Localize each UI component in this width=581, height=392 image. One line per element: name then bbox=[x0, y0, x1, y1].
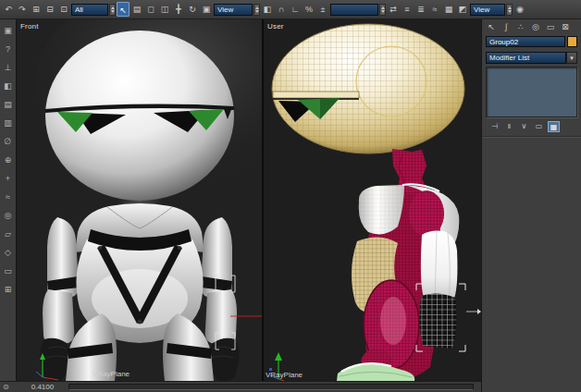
undo-button[interactable]: ↶ bbox=[2, 2, 15, 17]
layer-manager-button[interactable]: ≣ bbox=[414, 2, 427, 17]
use-pivot-point-center-button[interactable]: ◧ bbox=[261, 2, 274, 17]
modifier-list-dropdown[interactable]: Modifier List bbox=[486, 52, 566, 64]
hand-selected-wireframe[interactable] bbox=[419, 293, 456, 349]
status-bar: ⊙ 0.4100 bbox=[0, 381, 481, 392]
pin-stack-button[interactable]: ⊣ bbox=[488, 121, 501, 132]
reference-coordinate-system-dropdown[interactable]: View bbox=[214, 4, 253, 16]
left-tool-9-icon[interactable]: + bbox=[2, 173, 14, 184]
viewport-user[interactable]: User VRayPlane bbox=[264, 19, 481, 381]
status-coordinate-value: 0.4100 bbox=[31, 383, 54, 391]
wireframe-ear-circle bbox=[356, 46, 426, 116]
user-viewport-canvas[interactable] bbox=[264, 19, 481, 381]
modifier-stack-list[interactable] bbox=[486, 67, 577, 117]
left-tool-7-icon[interactable]: ∅ bbox=[2, 136, 14, 147]
named-selection-spinner-icon[interactable] bbox=[379, 4, 386, 16]
modifier-stack-buttons: ⊣‖∨▭▦ bbox=[482, 117, 581, 132]
render-type-spinner-icon[interactable] bbox=[506, 4, 513, 16]
3ds-max-window: ↶↷⊞⊟⊡All↖▤◻◫╋↻▣View◧∩∟%±⇄≡≣≈▦◩View◉ ▣?⊥◧… bbox=[0, 0, 581, 392]
command-panel-tabs: ↖∫∴◎▭⊠ bbox=[482, 19, 581, 33]
hierarchy-tab[interactable]: ∴ bbox=[514, 21, 527, 32]
configure-modifier-sets-button[interactable]: ▦ bbox=[548, 121, 560, 132]
display-tab[interactable]: ▭ bbox=[544, 21, 557, 32]
object-label-vrayplane-front: VRayPlane bbox=[93, 370, 130, 378]
angle-snap-toggle-button[interactable]: ∟ bbox=[289, 2, 302, 17]
visor-side-bar bbox=[273, 92, 359, 98]
motion-tab[interactable]: ◎ bbox=[529, 21, 542, 32]
select-by-name-button[interactable]: ▤ bbox=[130, 2, 143, 17]
spinner-snap-toggle-button[interactable]: ± bbox=[316, 2, 329, 17]
utilities-tab[interactable]: ⊠ bbox=[559, 21, 572, 32]
modify-tab[interactable]: ∫ bbox=[500, 21, 513, 32]
panel-divider bbox=[482, 136, 581, 138]
select-and-scale-button[interactable]: ▣ bbox=[200, 2, 213, 17]
remove-modifier-button[interactable]: ▭ bbox=[533, 121, 545, 132]
curve-editor-button[interactable]: ≈ bbox=[428, 2, 441, 17]
left-tool-11-icon[interactable]: ◎ bbox=[2, 210, 14, 221]
left-tool-10-icon[interactable]: ≈ bbox=[2, 191, 14, 202]
percent-snap-toggle-button[interactable]: % bbox=[303, 2, 315, 17]
status-lock-icon[interactable]: ⊙ bbox=[3, 383, 9, 391]
selection-filter-spinner-icon[interactable] bbox=[109, 4, 116, 16]
material-editor-button[interactable]: ◩ bbox=[456, 2, 469, 17]
select-and-link-button[interactable]: ⊞ bbox=[30, 2, 43, 17]
left-tool-8-icon[interactable]: ⊕ bbox=[2, 154, 14, 165]
mirror-button[interactable]: ⇄ bbox=[387, 2, 400, 17]
viewport-label-front[interactable]: Front bbox=[20, 22, 39, 31]
object-name-field[interactable]: Group02 bbox=[486, 36, 565, 47]
left-tool-6-icon[interactable]: ▥ bbox=[2, 117, 14, 129]
render-type-dropdown[interactable]: View bbox=[470, 4, 505, 16]
coordinate-spinner-icon[interactable] bbox=[253, 4, 260, 16]
main-toolbar: ↶↷⊞⊟⊡All↖▤◻◫╋↻▣View◧∩∟%±⇄≡≣≈▦◩View◉ bbox=[0, 0, 581, 19]
window-crossing-button[interactable]: ◫ bbox=[158, 2, 171, 17]
left-toolbar: ▣?⊥◧▤▥∅⊕+≈◎▱◇▭⊞ bbox=[0, 19, 17, 381]
schematic-view-button[interactable]: ▦ bbox=[442, 2, 455, 17]
left-tool-3-icon[interactable]: ⊥ bbox=[2, 62, 14, 73]
snap-toggle-3d-button[interactable]: ∩ bbox=[275, 2, 288, 17]
left-tool-4-icon[interactable]: ◧ bbox=[2, 80, 14, 92]
viewport-front[interactable]: Front VRayPlane bbox=[17, 19, 262, 381]
left-tool-12-icon[interactable]: ▱ bbox=[2, 228, 14, 239]
create-tab[interactable]: ↖ bbox=[485, 21, 498, 32]
named-selection-sets-dropdown[interactable] bbox=[330, 4, 378, 16]
object-label-vrayplane-user: VRayPlane bbox=[266, 371, 303, 379]
front-viewport-canvas[interactable] bbox=[17, 19, 262, 381]
select-and-move-button[interactable]: ╋ bbox=[172, 2, 185, 17]
select-object-button[interactable]: ↖ bbox=[117, 2, 130, 17]
left-tool-13-icon[interactable]: ◇ bbox=[2, 247, 14, 258]
viewport-label-user[interactable]: User bbox=[267, 22, 284, 31]
left-tool-15-icon[interactable]: ⊞ bbox=[2, 284, 14, 295]
rectangular-selection-region-button[interactable]: ◻ bbox=[144, 2, 157, 17]
bind-to-space-warp-button[interactable]: ⊡ bbox=[57, 2, 70, 17]
align-button[interactable]: ≡ bbox=[401, 2, 414, 17]
make-unique-button[interactable]: ∨ bbox=[518, 121, 530, 132]
show-end-result-button[interactable]: ‖ bbox=[503, 121, 515, 132]
left-tool-14-icon[interactable]: ▭ bbox=[2, 265, 14, 276]
modifier-list-arrow-icon[interactable]: ▼ bbox=[566, 52, 577, 64]
left-tool-5-icon[interactable]: ▤ bbox=[2, 99, 14, 110]
command-panel: ↖∫∴◎▭⊠ Group02 Modifier List ▼ ⊣‖∨▭▦ bbox=[481, 19, 581, 392]
select-and-rotate-button[interactable]: ↻ bbox=[186, 2, 199, 17]
track-bar[interactable] bbox=[68, 384, 474, 390]
render-button[interactable]: ◉ bbox=[513, 2, 526, 17]
left-tool-help-icon[interactable]: ? bbox=[2, 43, 14, 55]
selection-filter-dropdown[interactable]: All bbox=[71, 4, 108, 16]
object-color-swatch[interactable] bbox=[567, 36, 577, 47]
unlink-selection-button[interactable]: ⊟ bbox=[43, 2, 56, 17]
left-tool-1-icon[interactable]: ▣ bbox=[2, 25, 14, 36]
redo-button[interactable]: ↷ bbox=[16, 2, 29, 17]
